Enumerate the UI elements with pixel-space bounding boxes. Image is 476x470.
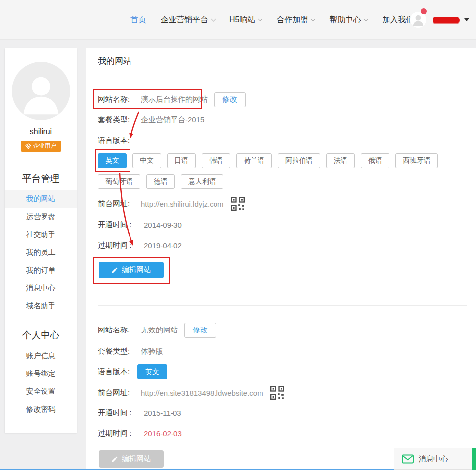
avatar: [12, 62, 70, 120]
sidebar-item-my-staff[interactable]: 我的员工: [5, 243, 77, 261]
sidebar-item-domain-assistant[interactable]: 域名助手: [5, 297, 77, 315]
nav-item-join-us[interactable]: 加入我们: [382, 15, 414, 25]
enterprise-user-badge: 企业用户: [21, 141, 61, 152]
sidebar-item-label: 安全设置: [26, 387, 56, 396]
avatar[interactable]: [410, 12, 426, 28]
nav-item-cooperation[interactable]: 合作加盟: [276, 15, 315, 25]
pencil-icon: [111, 267, 118, 274]
envelope-icon: [402, 454, 414, 464]
site-name-value: 无效的网站: [141, 326, 178, 335]
language-button-english[interactable]: 英文: [137, 364, 167, 379]
language-button-english[interactable]: 英文: [98, 153, 127, 168]
sidebar-item-my-websites[interactable]: 我的网站: [5, 190, 77, 208]
site1-language-row-1: 英文 中文 日语 韩语 荷兰语 阿拉伯语 法语 俄语 西班牙语: [98, 153, 438, 168]
sidebar-item-label: 我的订单: [26, 266, 56, 275]
sidebar-item-label: 修改密码: [26, 405, 56, 414]
language-button-arabic[interactable]: 阿拉伯语: [278, 153, 320, 168]
caret-down-icon: [464, 18, 469, 21]
edit-site-button[interactable]: 编辑网站: [99, 262, 164, 278]
language-button-spanish[interactable]: 西班牙语: [395, 153, 438, 168]
user-menu[interactable]: [410, 0, 469, 40]
sidebar-item-operation-compass[interactable]: 运营罗盘: [5, 208, 77, 226]
sidebar-item-label: 域名助手: [26, 301, 56, 311]
language-button-russian[interactable]: 俄语: [361, 153, 389, 168]
language-button-chinese[interactable]: 中文: [132, 153, 161, 168]
green-edge-bar: [472, 448, 476, 470]
language-button-japanese[interactable]: 日语: [167, 153, 196, 168]
sidebar: shilirui 企业用户 平台管理 我的网站 运营罗盘 社交助手 我的员工 我…: [5, 48, 77, 433]
site-name-label: 网站名称:: [98, 95, 131, 104]
sidebar-item-label: 运营罗盘: [26, 212, 56, 222]
person-silhouette-icon: [12, 62, 70, 120]
open-time-label: 开通时间 :: [98, 220, 134, 230]
expire-time-label: 过期时间 :: [98, 429, 134, 438]
sidebar-item-social-assistant[interactable]: 社交助手: [5, 226, 77, 243]
package-label: 套餐类型:: [98, 347, 131, 356]
sidebar-item-label: 账户信息: [26, 351, 56, 361]
sidebar-item-security-settings[interactable]: 安全设置: [5, 382, 77, 400]
sidebar-username: shilirui: [5, 127, 77, 136]
open-time-value: 2015-11-03: [144, 409, 181, 417]
site2-language-row: 语言版本: 英文: [98, 364, 167, 379]
edit-site-button-disabled: 编辑网站: [99, 450, 164, 468]
language-button-korean[interactable]: 韩语: [202, 153, 230, 168]
chevron-down-icon: [364, 16, 369, 21]
package-value: 体验版: [141, 347, 163, 356]
nav-links: 首页 企业营销平台 H5响站 合作加盟 帮助中心 加入我们: [130, 0, 414, 40]
modify-site-name-button[interactable]: 修改: [214, 92, 246, 107]
site2-open-time-row: 开通时间 : 2015-11-03: [98, 406, 181, 420]
sidebar-item-label: 我的员工: [26, 248, 56, 257]
sidebar-item-my-orders[interactable]: 我的订单: [5, 261, 77, 279]
sidebar-item-label: 消息中心: [26, 283, 56, 293]
language-button-french[interactable]: 法语: [326, 153, 355, 168]
nav-item-home[interactable]: 首页: [130, 15, 146, 25]
site2-package-row: 套餐类型: 体验版: [98, 344, 163, 358]
badge-label: 企业用户: [33, 142, 57, 150]
message-center-label: 消息中心: [419, 454, 448, 464]
nav-item-help-center[interactable]: 帮助中心: [329, 15, 368, 25]
package-value: 企业营销平台-2015: [141, 115, 204, 125]
site1-name-row: 网站名称: 演示后台操作的网站 修改: [98, 91, 246, 108]
site1-language-label-row: 语言版本:: [98, 134, 131, 147]
site2-expire-time-row: 过期时间 : 2016-02-03: [98, 426, 182, 440]
modify-site-name-button[interactable]: 修改: [184, 323, 216, 338]
sidebar-item-label: 账号绑定: [26, 369, 56, 378]
expire-time-value-expired: 2016-02-03: [144, 429, 182, 438]
nav-item-label: 合作加盟: [276, 15, 308, 25]
sidebar-item-change-password[interactable]: 修改密码: [5, 400, 77, 418]
package-label: 套餐类型:: [98, 115, 131, 125]
message-center-widget[interactable]: 消息中心: [394, 448, 472, 470]
divider: [86, 72, 476, 72]
page-title: 我的网站: [98, 55, 131, 67]
nav-item-h5-site[interactable]: H5响站: [229, 15, 262, 25]
site1-expire-time-row: 过期时间 : 2019-04-02: [98, 238, 182, 252]
sidebar-item-message-center[interactable]: 消息中心: [5, 279, 77, 297]
language-label: 语言版本:: [98, 367, 131, 376]
nav-item-label: 加入我们: [382, 15, 414, 25]
sidebar-item-account-binding[interactable]: 账号绑定: [5, 365, 77, 382]
language-button-portuguese[interactable]: 葡萄牙语: [98, 174, 140, 189]
sidebar-item-label: 社交助手: [26, 230, 56, 239]
nav-item-marketing-platform[interactable]: 企业营销平台: [161, 15, 215, 25]
language-button-dutch[interactable]: 荷兰语: [236, 153, 272, 168]
top-navbar: 首页 企业营销平台 H5响站 合作加盟 帮助中心 加入我们: [0, 0, 476, 40]
pencil-icon: [111, 456, 118, 463]
section-divider: [98, 305, 467, 306]
open-time-label: 开通时间 :: [98, 408, 134, 418]
main-panel: 我的网站 网站名称: 演示后台操作的网站 修改 套餐类型: 企业营销平台-201…: [86, 48, 476, 470]
language-label: 语言版本:: [98, 136, 131, 145]
notification-dot: [421, 8, 427, 14]
site2-name-row: 网站名称: 无效的网站 修改: [98, 322, 216, 338]
sidebar-section-personal: 个人中心: [5, 318, 77, 347]
edit-site-label: 编辑网站: [122, 265, 151, 275]
sidebar-item-account-info[interactable]: 账户信息: [5, 347, 77, 365]
nav-item-label: 企业营销平台: [161, 15, 208, 25]
qr-code-icon[interactable]: [270, 386, 284, 400]
site-name-value: 演示后台操作的网站: [141, 95, 208, 104]
site-url-value: http://en.site31813498.ldwebsite.com: [141, 389, 263, 397]
diamond-v-icon: [25, 143, 31, 149]
language-button-german[interactable]: 德语: [146, 174, 175, 189]
language-button-italian[interactable]: 意大利语: [181, 174, 223, 189]
qr-code-icon[interactable]: [231, 197, 245, 211]
expire-time-label: 过期时间 :: [98, 241, 134, 250]
